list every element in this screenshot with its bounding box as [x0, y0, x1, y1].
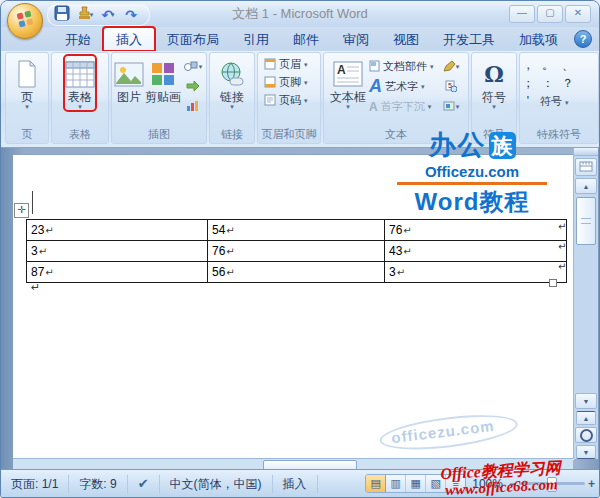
links-button[interactable]: 链接 ▾: [219, 56, 245, 110]
insert-mode-indicator[interactable]: 插入: [273, 475, 318, 493]
tab-addins[interactable]: 加载项: [507, 28, 570, 51]
print-layout-view-button[interactable]: ▤: [366, 475, 386, 492]
close-button[interactable]: ✕: [565, 5, 591, 23]
officezu-logo: 办公 族 Officezu.com Word教程: [384, 127, 560, 218]
tab-home[interactable]: 开始: [53, 28, 103, 51]
tab-insert[interactable]: 插入: [103, 27, 155, 51]
signature-line-button[interactable]: ▾: [440, 58, 462, 75]
table-cell[interactable]: 76↵: [208, 241, 385, 262]
dropdown-arrow-icon: ▾: [492, 104, 496, 110]
scroll-down-button[interactable]: ▼: [575, 393, 597, 409]
special-symbol-button[interactable]: ：: [540, 75, 556, 92]
quick-parts-icon: [369, 60, 380, 74]
ruler-toggle-button[interactable]: [575, 158, 597, 176]
special-symbol-button[interactable]: ，: [520, 57, 536, 74]
select-browse-object-button[interactable]: [575, 427, 597, 443]
word-count[interactable]: 字数: 9: [69, 475, 127, 493]
stamp-button[interactable]: ▾: [75, 6, 95, 24]
object-icon: [443, 98, 455, 116]
special-symbol-button[interactable]: ？: [560, 75, 576, 92]
cell-value: 43: [389, 244, 402, 258]
special-symbol-button[interactable]: 、: [560, 57, 576, 74]
table-cell[interactable]: 76↵: [385, 220, 567, 241]
special-symbol-button[interactable]: 。: [540, 57, 556, 74]
scroll-up-button[interactable]: ▲: [575, 178, 597, 194]
tab-review[interactable]: 审阅: [331, 28, 381, 51]
special-symbol-button[interactable]: ': [520, 93, 536, 110]
redo-button[interactable]: ↷: [121, 6, 141, 24]
table-cell[interactable]: 87↵: [27, 262, 208, 283]
previous-page-button[interactable]: ▲: [576, 411, 596, 425]
page-indicator[interactable]: 页面: 1/1: [1, 475, 69, 493]
chart-button[interactable]: [182, 98, 204, 115]
table-button[interactable]: 表格 ▾: [65, 56, 95, 110]
text-cursor: [32, 191, 33, 214]
dropdown-arrow-icon: ▾: [304, 62, 308, 68]
table-move-handle[interactable]: ✛: [14, 203, 29, 218]
faint-watermark-ellipse: [378, 409, 520, 456]
scrollbar-thumb[interactable]: [576, 197, 596, 245]
textbox-button[interactable]: A 文本框 ▾: [330, 56, 366, 110]
smartart-button[interactable]: [182, 78, 204, 95]
page-number-button-label: 页码: [279, 93, 301, 108]
tab-page-layout[interactable]: 页面布局: [155, 28, 231, 51]
logo-text: 办公: [429, 127, 487, 163]
smartart-icon: [186, 78, 200, 96]
tab-references[interactable]: 引用: [231, 28, 281, 51]
cell-value: 3: [389, 265, 396, 279]
table-cell[interactable]: 56↵: [208, 262, 385, 283]
table-resize-handle[interactable]: [549, 279, 557, 287]
language-indicator[interactable]: 中文(简体，中国): [160, 475, 273, 493]
tab-developer[interactable]: 开发工具: [431, 28, 507, 51]
minimize-button[interactable]: —: [509, 5, 535, 23]
undo-dropdown-arrow: ▾: [111, 11, 115, 19]
table-cell[interactable]: 3↵: [385, 262, 567, 283]
split-handle[interactable]: [574, 148, 598, 156]
office-button[interactable]: [7, 3, 43, 39]
table-button-label: 表格: [68, 90, 92, 104]
undo-button[interactable]: ↶ ▾: [98, 6, 118, 24]
drop-cap-icon: A: [369, 100, 378, 114]
document-table: 23↵ 54↵ 76↵ 3↵ 76↵ 43↵ 87↵ 56↵ 3↵: [26, 219, 567, 283]
cell-value: 56: [212, 265, 225, 279]
table-cell[interactable]: 54↵: [208, 220, 385, 241]
clipart-button[interactable]: 剪贴画: [145, 56, 181, 104]
chart-icon: [186, 98, 200, 116]
dropdown-arrow-icon: ▾: [456, 104, 460, 110]
quick-access-toolbar: ▾ ↶ ▾ ↷: [47, 4, 150, 26]
vertical-scrollbar[interactable]: ▲ ▼ ▲ ▼: [573, 148, 598, 459]
tab-view[interactable]: 视图: [381, 28, 431, 51]
shapes-button[interactable]: ▾: [182, 58, 204, 75]
header-button[interactable]: 页眉 ▾: [262, 56, 310, 73]
quick-parts-label: 文档部件: [383, 59, 427, 74]
dropdown-arrow-icon: ▾: [304, 98, 308, 104]
help-button[interactable]: ?: [574, 30, 592, 48]
symbol-button-label: 符号: [482, 90, 506, 104]
page-number-button[interactable]: 页码 ▾: [262, 92, 310, 109]
tab-mailings[interactable]: 邮件: [281, 28, 331, 51]
special-symbol-button[interactable]: ；: [520, 75, 536, 92]
maximize-button[interactable]: ▢: [537, 5, 563, 23]
object-button[interactable]: ▾: [440, 98, 462, 115]
symbol-button[interactable]: Ω 符号 ▾: [482, 56, 506, 110]
picture-button[interactable]: 图片: [114, 56, 144, 104]
more-symbols-button[interactable]: 符号 ▾: [540, 93, 569, 110]
footer-button[interactable]: 页脚 ▾: [262, 74, 310, 91]
table-cell[interactable]: 3↵: [27, 241, 208, 262]
links-button-label: 链接: [220, 90, 244, 104]
redo-icon: ↷: [125, 8, 137, 22]
table-cell[interactable]: 43↵: [385, 241, 567, 262]
save-button[interactable]: [52, 6, 72, 24]
wordart-button[interactable]: A 艺术字 ▾: [367, 78, 439, 95]
wordart-label: 艺术字: [385, 79, 418, 94]
proofing-status[interactable]: ✔: [128, 475, 160, 493]
dropdown-arrow-icon: ▾: [421, 84, 425, 90]
ribbon-group-pages: 页 ▾ 页: [5, 52, 49, 144]
group-label-links: 链接: [210, 127, 254, 142]
date-time-button[interactable]: 5: [440, 78, 462, 95]
table-cell[interactable]: 23↵: [27, 220, 208, 241]
quick-parts-button[interactable]: 文档部件 ▾: [367, 58, 439, 75]
drop-cap-button[interactable]: A 首字下沉 ▾: [367, 98, 439, 115]
pages-button[interactable]: 页 ▾: [16, 56, 38, 110]
signature-pen-icon: [443, 58, 455, 76]
